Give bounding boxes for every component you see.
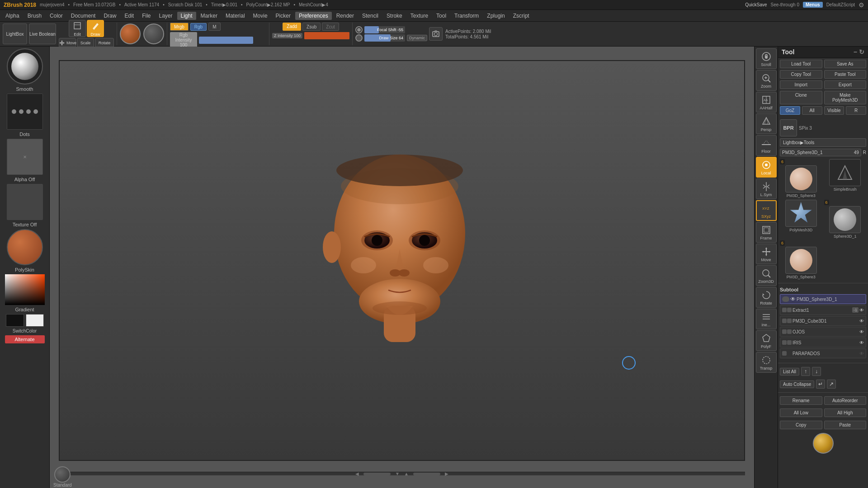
- draw-size-icon[interactable]: [355, 34, 363, 42]
- subtool-eye-2[interactable]: 👁: [859, 319, 864, 324]
- menu-color[interactable]: Color: [46, 12, 66, 20]
- mesh-item-pm3d-sphere[interactable]: 6 PM3D_Sphere3: [780, 159, 822, 198]
- rgb-intensity-label[interactable]: Rgb Intensity 100: [170, 32, 197, 48]
- auto-reorder-btn[interactable]: AutoReorder: [824, 396, 867, 405]
- subtool-ctrl-4a[interactable]: [782, 340, 787, 345]
- menu-picker[interactable]: Picker: [272, 12, 294, 20]
- menu-stroke[interactable]: Stroke: [383, 12, 406, 20]
- menu-file[interactable]: File: [138, 12, 154, 20]
- mesh-item-polymesh[interactable]: PolyMesh3D: [780, 200, 822, 239]
- draw-btn[interactable]: Draw: [87, 20, 104, 37]
- dynamic-btn[interactable]: Dynamic: [407, 35, 427, 41]
- canvas-area[interactable]: ◀ ▼ ▲ ▶ Standard: [50, 47, 754, 488]
- subtool-eye-3[interactable]: 👁: [859, 329, 864, 334]
- scrollbar-thumb[interactable]: [363, 473, 391, 475]
- aahalf-btn[interactable]: AA AAHalf: [756, 92, 777, 113]
- all-low-btn[interactable]: All Low: [780, 408, 822, 417]
- ine-btn[interactable]: ine...: [756, 309, 777, 329]
- clone-btn[interactable]: Clone: [780, 91, 822, 104]
- scroll-right-icon[interactable]: ▶: [445, 471, 448, 476]
- goz-btn[interactable]: GoZ: [780, 106, 800, 115]
- m-btn[interactable]: M: [208, 23, 220, 31]
- copy-tool-btn[interactable]: Copy Tool: [780, 70, 822, 79]
- rgb-intensity-slider[interactable]: [199, 37, 253, 44]
- see-through-btn[interactable]: See-through 0: [771, 2, 799, 7]
- zoom3d-btn[interactable]: Zoom3D: [756, 265, 777, 286]
- menu-tool[interactable]: Tool: [433, 12, 450, 20]
- menu-movie[interactable]: Movie: [250, 12, 271, 20]
- menu-layer[interactable]: Layer: [156, 12, 176, 20]
- rgb-btn[interactable]: Rgb: [190, 23, 207, 31]
- collapse-arrow-btn[interactable]: ↵: [816, 380, 825, 389]
- subtool-eye-5[interactable]: 👁: [859, 351, 864, 356]
- scrollbar-thumb2[interactable]: [413, 473, 440, 475]
- edit-btn[interactable]: Edit: [69, 20, 86, 37]
- polyskin-preview[interactable]: [7, 229, 43, 265]
- dots-preview[interactable]: [7, 94, 43, 130]
- subtool-eye-4[interactable]: 👁: [859, 340, 864, 345]
- menu-draw[interactable]: Draw: [100, 12, 120, 20]
- subtool-eye-1[interactable]: 👁: [859, 308, 864, 313]
- alternate-btn[interactable]: Alternate: [5, 335, 45, 343]
- auto-collapse-btn[interactable]: Auto Collapse: [780, 380, 814, 388]
- visible-btn[interactable]: Visible: [824, 106, 844, 115]
- lightbox-btn[interactable]: LightBox: [3, 23, 27, 44]
- menu-texture[interactable]: Texture: [407, 12, 432, 20]
- menu-transform[interactable]: Transform: [451, 12, 482, 20]
- z-intensity-label[interactable]: Z Intensity 100: [272, 33, 302, 38]
- mesh-item-sphere3d-1[interactable]: 6 Sphere3D_1: [824, 200, 867, 239]
- subtool-ctrl-2a[interactable]: [782, 319, 787, 323]
- subtool-ctrl-3b[interactable]: [787, 329, 792, 334]
- arrow-up-btn[interactable]: ↑: [801, 367, 810, 376]
- subtool-ctrl-2b[interactable]: [787, 319, 792, 323]
- menu-material[interactable]: Material: [222, 12, 249, 20]
- subtool-eye-0[interactable]: 👁: [790, 296, 796, 302]
- material-preview[interactable]: [813, 433, 834, 454]
- collapse-arrow2-btn[interactable]: ↗: [827, 380, 836, 389]
- subtool-item-4[interactable]: IRIS 👁: [780, 338, 866, 347]
- view-move-btn[interactable]: Move: [756, 244, 777, 264]
- list-all-btn[interactable]: List All: [780, 368, 799, 375]
- floor-btn[interactable]: Floor: [756, 135, 777, 156]
- paste-btn[interactable]: Paste: [824, 421, 867, 429]
- texture-preview[interactable]: [7, 184, 43, 220]
- default-zscript[interactable]: DefaultZScript: [826, 2, 855, 7]
- minimize-icon[interactable]: −: [854, 48, 857, 56]
- subtool-ctrl-5b[interactable]: [787, 351, 792, 356]
- frame-btn[interactable]: Frame: [756, 222, 777, 243]
- subtool-ctrl-1b[interactable]: [787, 308, 792, 312]
- menu-stencil[interactable]: Stencil: [359, 12, 382, 20]
- menu-brush[interactable]: Brush: [24, 12, 45, 20]
- alpha-preview[interactable]: ✕: [7, 139, 43, 175]
- subtool-item-0[interactable]: 👁 PM3D_Sphere3D_1: [780, 294, 866, 304]
- bpr-btn[interactable]: BPR: [780, 119, 797, 136]
- polyf-btn[interactable]: PolyF: [756, 330, 777, 351]
- draw-size-slider[interactable]: Draw Size 64: [364, 34, 405, 42]
- quicksave-btn[interactable]: QuickSave: [745, 2, 767, 7]
- save-as-btn[interactable]: Save As: [824, 60, 867, 68]
- swatch-white[interactable]: [26, 314, 44, 327]
- scroll-left-icon[interactable]: ◀: [355, 471, 359, 476]
- menu-render[interactable]: Render: [333, 12, 358, 20]
- menu-alpha[interactable]: Alpha: [2, 12, 23, 20]
- persp-btn[interactable]: Persp: [756, 113, 777, 134]
- scroll-arrow-up[interactable]: ▲: [404, 471, 409, 476]
- menu-zscript[interactable]: Zscript: [509, 12, 533, 20]
- subtool-item-2[interactable]: PM3D_Cube3D1 👁: [780, 316, 866, 326]
- subtool-item-1[interactable]: Extract1 -1 👁: [780, 305, 866, 315]
- all-btn[interactable]: All: [802, 106, 822, 115]
- matte-orb[interactable]: [143, 23, 164, 44]
- standard-btn[interactable]: Standard: [53, 466, 72, 488]
- scroll-bar[interactable]: ◀ ▼ ▲ ▶: [59, 472, 745, 475]
- pm3d-sphere-btn[interactable]: PM3D_Sphere3D_1 49: [780, 149, 861, 156]
- switch-color[interactable]: SwitchColor: [13, 328, 37, 333]
- scroll-arrow-down[interactable]: ▼: [395, 471, 400, 476]
- brush-preview[interactable]: [7, 48, 43, 84]
- menus-btn[interactable]: Menus: [803, 2, 823, 8]
- menu-light[interactable]: Light: [177, 12, 196, 20]
- menu-edit[interactable]: Edit: [121, 12, 137, 20]
- mrgb-btn[interactable]: Mrgb: [170, 23, 189, 31]
- material-orb[interactable]: [120, 23, 141, 44]
- subtool-ctrl-4b[interactable]: [787, 340, 792, 345]
- make-polymesh-btn[interactable]: Make PolyMesh3D: [824, 91, 867, 104]
